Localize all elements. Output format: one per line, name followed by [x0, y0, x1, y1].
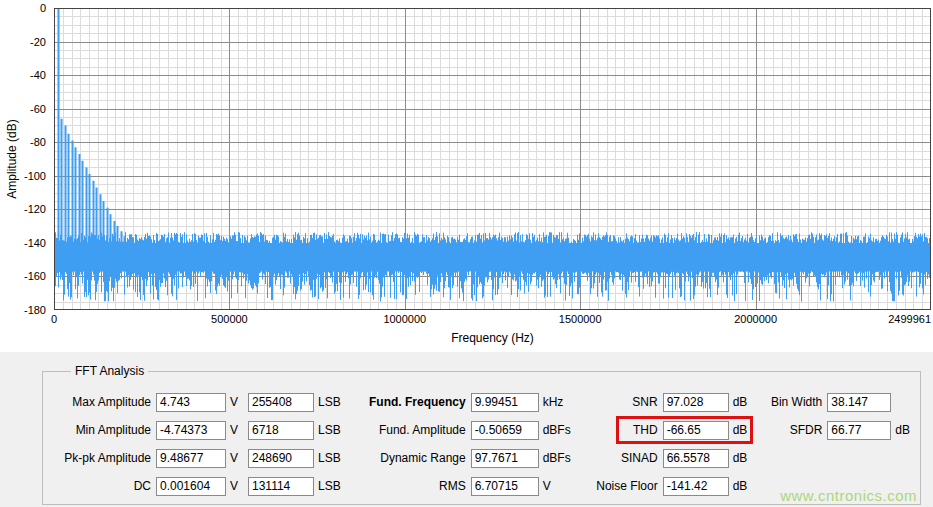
- pkpk-amplitude-lsb-unit: LSB: [318, 451, 341, 465]
- sfdr-value-field[interactable]: 66.77: [827, 421, 891, 440]
- noise-floor-value-field[interactable]: -141.42: [663, 477, 729, 496]
- max-amplitude-unit: V: [230, 395, 240, 409]
- field-snr: SNR 97.028 dB: [586, 388, 748, 416]
- x-tick: 1000000: [383, 313, 426, 325]
- sinad-value-field[interactable]: 66.5578: [663, 449, 729, 468]
- y-tick: -140: [24, 237, 46, 249]
- y-axis-ticks: 0 -20 -40 -60 -80 -100 -120 -140 -160 -1…: [0, 8, 50, 310]
- dynamic-range-value-field[interactable]: 97.7671: [471, 449, 539, 468]
- field-fund-amplitude: Fund. Amplitude -0.50659 dBFs: [362, 416, 571, 444]
- fund-amplitude-label: Fund. Amplitude: [362, 423, 471, 437]
- y-tick: -100: [24, 170, 46, 182]
- dc-lsb-unit: LSB: [318, 479, 341, 493]
- min-amplitude-value-field[interactable]: -4.74373: [156, 421, 226, 440]
- y-tick: -40: [30, 69, 46, 81]
- x-tick: 2000000: [734, 313, 777, 325]
- column-snr: SNR 97.028 dB THD -66.65 dB SINAD 66.557…: [586, 388, 748, 500]
- field-dynamic-range: Dynamic Range 97.7671 dBFs: [362, 444, 571, 472]
- field-bin-width: Bin Width 38.147: [762, 388, 910, 416]
- column-fundamental: Fund. Frequency 9.99451 kHz Fund. Amplit…: [362, 388, 571, 500]
- bin-width-label: Bin Width: [762, 395, 827, 409]
- snr-label: SNR: [586, 395, 663, 409]
- snr-unit: dB: [733, 395, 748, 409]
- bin-width-value-field[interactable]: 38.147: [827, 393, 891, 412]
- fft-analysis-groupbox: FFT Analysis Max Amplitude 4.743 V 25540…: [42, 364, 921, 505]
- x-tick: 2499961: [888, 313, 931, 325]
- field-fund-frequency: Fund. Frequency 9.99451 kHz: [362, 388, 571, 416]
- field-noise-floor: Noise Floor -141.42 dB: [586, 472, 748, 500]
- field-sfdr: SFDR 66.77 dB: [762, 416, 910, 444]
- fft-chart-section: Amplitude (dB) 0 -20 -40 -60 -80 -100 -1…: [0, 0, 933, 352]
- pkpk-amplitude-unit: V: [230, 451, 240, 465]
- field-sinad: SINAD 66.5578 dB: [586, 444, 748, 472]
- fund-frequency-unit: kHz: [543, 395, 564, 409]
- dynamic-range-unit: dBFs: [543, 451, 571, 465]
- y-tick: -160: [24, 270, 46, 282]
- column-bin: Bin Width 38.147 SFDR 66.77 dB: [762, 388, 910, 444]
- field-dc: DC 0.001604 V 131114 LSB: [53, 472, 341, 500]
- groupbox-legend: FFT Analysis: [71, 364, 148, 378]
- min-amplitude-lsb-unit: LSB: [318, 423, 341, 437]
- x-axis-ticks: 0 500000 1000000 1500000 2000000 2499961: [54, 313, 931, 327]
- fund-frequency-value-field[interactable]: 9.99451: [471, 393, 539, 412]
- y-tick: -60: [30, 103, 46, 115]
- fft-analysis-section: FFT Analysis Max Amplitude 4.743 V 25540…: [0, 352, 933, 507]
- pkpk-amplitude-label: Pk-pk Amplitude: [53, 451, 156, 465]
- dc-value-field[interactable]: 0.001604: [156, 477, 226, 496]
- max-amplitude-value-field[interactable]: 4.743: [156, 393, 226, 412]
- max-amplitude-lsb-unit: LSB: [318, 395, 341, 409]
- min-amplitude-unit: V: [230, 423, 240, 437]
- sfdr-label: SFDR: [762, 423, 827, 437]
- fund-amplitude-unit: dBFs: [543, 423, 571, 437]
- max-amplitude-label: Max Amplitude: [53, 395, 156, 409]
- snr-value-field[interactable]: 97.028: [663, 393, 729, 412]
- dc-lsb-field[interactable]: 131114: [248, 477, 314, 496]
- field-thd: THD -66.65 dB: [586, 416, 748, 444]
- sinad-unit: dB: [733, 451, 748, 465]
- rms-label: RMS: [362, 479, 471, 493]
- sfdr-unit: dB: [895, 423, 910, 437]
- min-amplitude-lsb-field[interactable]: 6718: [248, 421, 314, 440]
- pkpk-amplitude-lsb-field[interactable]: 248690: [248, 449, 314, 468]
- field-max-amplitude: Max Amplitude 4.743 V 255408 LSB: [53, 388, 341, 416]
- min-amplitude-label: Min Amplitude: [53, 423, 156, 437]
- field-pkpk-amplitude: Pk-pk Amplitude 9.48677 V 248690 LSB: [53, 444, 341, 472]
- thd-label: THD: [586, 423, 663, 437]
- rms-value-field[interactable]: 6.70715: [471, 477, 539, 496]
- column-amplitudes: Max Amplitude 4.743 V 255408 LSB Min Amp…: [53, 388, 341, 500]
- y-tick: 0: [40, 2, 46, 14]
- max-amplitude-lsb-field[interactable]: 255408: [248, 393, 314, 412]
- y-tick: -180: [24, 304, 46, 316]
- rms-unit: V: [543, 479, 553, 493]
- y-tick: -120: [24, 203, 46, 215]
- field-rms: RMS 6.70715 V: [362, 472, 571, 500]
- x-tick: 500000: [211, 313, 248, 325]
- y-tick: -80: [30, 136, 46, 148]
- dc-unit: V: [230, 479, 240, 493]
- x-axis-title: Frequency (Hz): [54, 331, 931, 345]
- y-tick: -20: [30, 36, 46, 48]
- dynamic-range-label: Dynamic Range: [362, 451, 471, 465]
- sinad-label: SINAD: [586, 451, 663, 465]
- x-tick: 0: [51, 313, 57, 325]
- dc-label: DC: [53, 479, 156, 493]
- noise-floor-label: Noise Floor: [586, 479, 663, 493]
- fund-amplitude-value-field[interactable]: -0.50659: [471, 421, 539, 440]
- fft-plot-canvas: [54, 8, 931, 310]
- watermark-text: www.cntronics.com: [780, 487, 917, 504]
- field-columns: Max Amplitude 4.743 V 255408 LSB Min Amp…: [53, 388, 910, 500]
- x-tick: 1500000: [559, 313, 602, 325]
- thd-value-field[interactable]: -66.65: [663, 421, 729, 440]
- field-min-amplitude: Min Amplitude -4.74373 V 6718 LSB: [53, 416, 341, 444]
- fund-frequency-label: Fund. Frequency: [362, 395, 471, 409]
- thd-unit: dB: [733, 423, 748, 437]
- pkpk-amplitude-value-field[interactable]: 9.48677: [156, 449, 226, 468]
- noise-floor-unit: dB: [733, 479, 748, 493]
